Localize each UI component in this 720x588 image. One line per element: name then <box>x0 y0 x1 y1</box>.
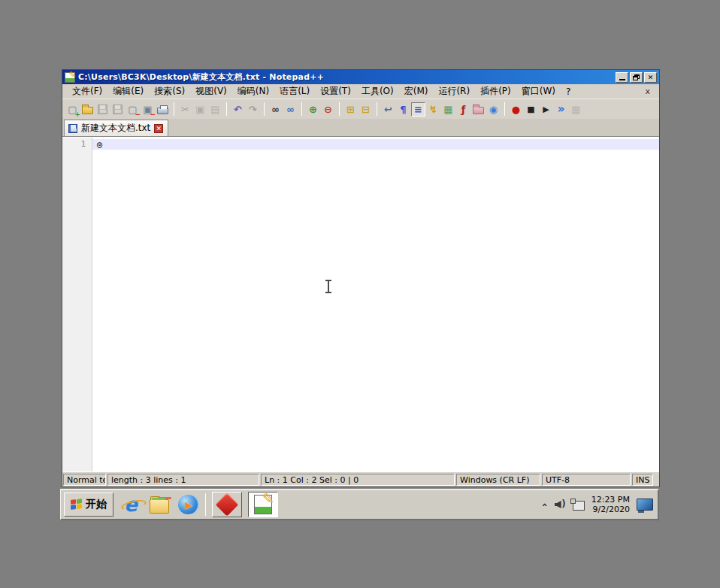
user-defined-dialog-icon[interactable] <box>426 102 440 117</box>
menu-item-5[interactable]: 语言(L) <box>274 84 315 99</box>
tab-label: 新建文本文档.txt <box>81 122 150 135</box>
menu-item-7[interactable]: 工具(O) <box>356 84 399 99</box>
start-button[interactable]: 开始 <box>64 493 113 517</box>
open-folder-icon[interactable] <box>80 102 95 117</box>
text-area-blank[interactable] <box>92 150 659 471</box>
menu-item-4[interactable]: 编码(N) <box>232 84 274 99</box>
toolbar-separator <box>339 102 340 116</box>
ie-e-glyph: e <box>124 493 138 516</box>
red-diamond-icon <box>215 493 238 516</box>
show-hidden-icons-chevron[interactable]: ‹ <box>540 502 551 506</box>
toolbar-separator <box>504 102 505 116</box>
find-icon[interactable] <box>268 102 283 117</box>
saved-file-icon <box>68 124 77 133</box>
menu-item-6[interactable]: 设置(T) <box>315 84 356 99</box>
clock[interactable]: 12:23 PM 9/2/2020 <box>591 495 630 514</box>
menu-item-11[interactable]: 窗口(W) <box>516 84 561 99</box>
macro-stop-icon[interactable] <box>524 102 538 117</box>
paste-icon[interactable] <box>208 102 222 117</box>
window-title: C:\Users\BC3K\Desktop\新建文本文档.txt - Notep… <box>78 71 613 83</box>
display-monitor-icon[interactable] <box>637 499 653 511</box>
close-button[interactable]: ✕ <box>644 72 657 83</box>
macro-start-record-icon[interactable] <box>509 102 523 117</box>
volume-icon[interactable] <box>555 499 566 510</box>
sync-horizontal-icon[interactable] <box>358 102 373 117</box>
document-close-shortcut[interactable]: x <box>640 86 655 96</box>
tab-bar: 新建文本文档.txt ✕ <box>62 119 659 137</box>
close-doc-icon[interactable]: − <box>126 102 140 117</box>
print-icon[interactable] <box>156 102 170 117</box>
sync-vertical-icon[interactable] <box>343 102 358 117</box>
toolbar-separator <box>174 102 174 116</box>
status-insert-mode[interactable]: INS <box>632 474 653 486</box>
macro-play-icon[interactable] <box>539 102 553 117</box>
close-all-icon[interactable]: − <box>141 102 155 117</box>
restore-button[interactable] <box>630 72 643 83</box>
notepad-plus-plus-icon <box>65 72 75 83</box>
status-eol-format[interactable]: Windows (CR LF) <box>456 474 540 486</box>
copy-icon[interactable] <box>193 102 207 117</box>
status-length-lines: length : 3 lines : 1 <box>107 474 259 486</box>
cut-icon[interactable] <box>178 102 192 117</box>
notepad-plus-plus-icon <box>254 495 272 514</box>
notepad-plus-plus-window: C:\Users\BC3K\Desktop\新建文本文档.txt - Notep… <box>62 69 660 487</box>
macro-run-multiple-icon[interactable] <box>554 102 568 117</box>
menu-bar: 文件(F)编辑(E)搜索(S)视图(V)编码(N)语言(L)设置(T)工具(O)… <box>62 84 659 99</box>
menu-item-8[interactable]: 宏(M) <box>399 84 434 99</box>
status-doc-type: Normal text <box>63 474 106 486</box>
word-wrap-icon[interactable] <box>381 102 395 117</box>
line-number: 1 <box>62 138 92 150</box>
menu-item-3[interactable]: 视图(V) <box>190 84 232 99</box>
menu-item-1[interactable]: 编辑(E) <box>107 84 149 99</box>
show-all-characters-icon[interactable] <box>396 102 410 117</box>
internet-explorer-icon[interactable]: e <box>119 493 142 516</box>
taskbar-separator <box>205 493 206 516</box>
tab-new-text-document[interactable]: 新建文本文档.txt ✕ <box>64 120 168 136</box>
editor-line[interactable]: 1◎ <box>62 138 659 150</box>
macro-save-icon[interactable] <box>569 102 583 117</box>
titlebar[interactable]: C:\Users\BC3K\Desktop\新建文本文档.txt - Notep… <box>62 70 659 84</box>
clock-time: 12:23 PM <box>591 495 630 505</box>
redo-icon[interactable] <box>246 102 260 117</box>
save-all-icon[interactable] <box>110 102 125 117</box>
status-encoding[interactable]: UTF-8 <box>542 474 631 486</box>
menu-item-12[interactable]: ? <box>561 86 576 98</box>
menu-item-0[interactable]: 文件(F) <box>67 84 107 99</box>
new-file-icon[interactable]: + <box>65 102 80 117</box>
status-filler <box>655 474 658 486</box>
tab-close-icon[interactable]: ✕ <box>154 124 163 133</box>
menu-item-9[interactable]: 运行(R) <box>433 84 475 99</box>
clock-date: 9/2/2020 <box>591 505 630 514</box>
minimize-icon <box>619 79 625 80</box>
menu-item-2[interactable]: 搜索(S) <box>149 84 190 99</box>
windows-media-player-icon[interactable] <box>177 493 199 516</box>
save-icon[interactable] <box>95 102 110 117</box>
zoom-in-icon[interactable] <box>306 102 320 117</box>
close-icon: ✕ <box>648 74 654 81</box>
editor-lines: 1◎ <box>62 138 659 150</box>
show-indent-guide-icon[interactable] <box>411 102 425 117</box>
zoom-out-icon[interactable] <box>321 102 335 117</box>
start-button-label: 开始 <box>86 498 107 511</box>
editor-fill <box>62 150 659 471</box>
taskbar: 开始 e ‹ 12:23 PM 9/2/2020 <box>60 489 659 520</box>
replace-icon[interactable] <box>283 102 298 117</box>
line-text: ◎ <box>92 139 659 150</box>
folder-as-workspace-icon[interactable] <box>471 102 486 117</box>
red-diamond-app-button[interactable] <box>212 492 242 517</box>
toolbar-separator <box>301 102 302 116</box>
toolbar-separator <box>264 102 265 116</box>
windows-logo-icon <box>71 499 83 511</box>
function-list-icon[interactable] <box>456 102 470 117</box>
editor-area[interactable]: 1◎ <box>62 137 659 471</box>
undo-icon[interactable] <box>231 102 245 117</box>
monitoring-icon[interactable] <box>486 102 501 117</box>
document-map-icon[interactable] <box>441 102 455 117</box>
menu-item-10[interactable]: 插件(P) <box>475 84 516 99</box>
line-number-gutter <box>62 150 92 471</box>
notepad-plus-plus-task-button[interactable] <box>248 492 278 517</box>
network-icon[interactable] <box>573 501 585 511</box>
folder-glyph <box>150 499 169 514</box>
windows-explorer-icon[interactable] <box>148 493 171 516</box>
minimize-button[interactable] <box>616 72 628 83</box>
